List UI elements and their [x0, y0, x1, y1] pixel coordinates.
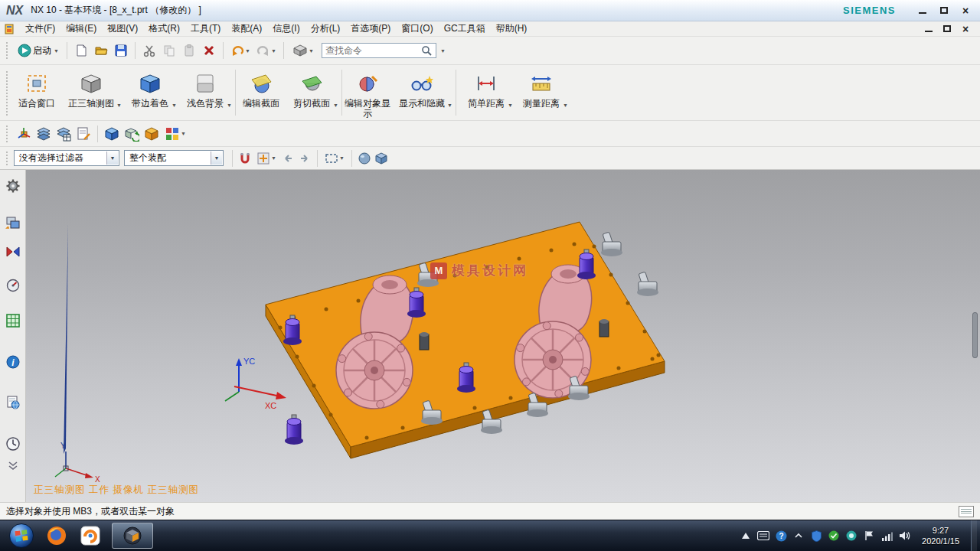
update-display-button[interactable] [122, 124, 142, 144]
graphics-window[interactable]: YC XC Y X M 模具设计网 正三轴测图 工作 摄像机 正三 [26, 170, 980, 502]
mdi-restore-button[interactable] [942, 24, 952, 34]
flag-action-center-icon[interactable] [863, 530, 875, 542]
toolbar-grip[interactable] [6, 126, 9, 142]
new-button[interactable] [71, 41, 91, 60]
previous-selection-button[interactable] [279, 150, 296, 167]
chevron-down-icon[interactable]: ▼ [227, 103, 232, 108]
clip-section-button[interactable]: 剪切截面 ▼ [284, 65, 339, 120]
menu-item-file[interactable]: 文件(F) [20, 21, 60, 37]
next-selection-button[interactable] [296, 150, 313, 167]
start-button[interactable] [9, 523, 34, 548]
part-navigator-button[interactable] [5, 277, 21, 294]
history-button[interactable] [5, 435, 21, 452]
menu-item-information[interactable]: 信息(I) [267, 21, 305, 37]
locating-pin[interactable] [599, 319, 609, 337]
menu-item-edit[interactable]: 编辑(E) [60, 21, 102, 37]
datum-csys-button[interactable] [14, 124, 34, 144]
toggle-clamp[interactable] [637, 272, 658, 296]
show-hide-button[interactable]: 显示和隐藏 ▼ [390, 65, 453, 120]
toolbar-grip[interactable] [6, 71, 9, 116]
help-tray-icon[interactable]: ? [775, 530, 787, 542]
save-button[interactable] [111, 41, 131, 60]
locating-pin[interactable] [420, 332, 429, 350]
model-csys-triad[interactable]: YC XC [225, 357, 286, 410]
snap-point-button[interactable]: ▼ [253, 150, 279, 167]
undo-button[interactable]: ▼ [227, 41, 253, 60]
assembly-navigator-button[interactable] [5, 214, 21, 231]
menu-item-preferences[interactable]: 首选项(P) [345, 21, 396, 37]
menu-item-help[interactable]: 帮助(H) [491, 21, 533, 37]
menu-item-gc-toolbox[interactable]: GC工具箱 [439, 21, 491, 37]
chevron-down-icon[interactable]: ▼ [172, 103, 177, 108]
volume-icon[interactable] [898, 530, 910, 542]
chevron-down-icon[interactable]: ▼ [116, 103, 122, 108]
show-model-button[interactable] [102, 124, 122, 144]
hd3d-tools-button[interactable]: i [5, 354, 21, 370]
viewport-scrollbar-thumb[interactable] [972, 312, 978, 358]
command-search[interactable] [322, 43, 436, 58]
palette-button[interactable]: ▼ [162, 124, 189, 144]
highlight-selection-button[interactable] [237, 150, 253, 167]
rectangle-select-button[interactable]: ▼ [322, 150, 348, 167]
delete-button[interactable] [199, 41, 219, 60]
search-history-dropdown[interactable]: ▼ [440, 48, 446, 54]
light-background-button[interactable]: 浅色背景 ▼ [178, 65, 233, 120]
selection-scope-select[interactable]: 整个装配 ▼ [124, 150, 224, 166]
input-method-icon[interactable] [757, 530, 769, 542]
chevron-down-icon[interactable]: ▼ [508, 103, 513, 108]
shaded-with-edges-button[interactable]: 带边着色 ▼ [122, 65, 178, 120]
network-icon[interactable] [880, 530, 893, 542]
menu-item-view[interactable]: 视图(V) [102, 21, 143, 37]
minimize-button[interactable] [917, 6, 928, 15]
web-browser-button[interactable] [5, 394, 21, 411]
shaded-object-button[interactable] [356, 150, 373, 167]
simple-distance-button[interactable]: 简单距离 ▼ [459, 65, 514, 120]
teal-status-icon[interactable] [845, 530, 858, 542]
purple-support[interactable] [285, 415, 303, 445]
copy-button[interactable] [159, 41, 179, 60]
trimetric-view-button[interactable]: 正三轴测图 ▼ [60, 65, 122, 120]
green-status-icon[interactable] [828, 530, 840, 542]
mdi-close-button[interactable]: × [960, 24, 971, 34]
annotation-button[interactable] [74, 124, 93, 144]
search-icon[interactable] [421, 45, 433, 57]
close-button[interactable]: × [960, 6, 971, 15]
reuse-library-button[interactable] [5, 312, 21, 329]
view-layer-button[interactable] [54, 124, 74, 144]
resource-bar-expand-button[interactable] [5, 458, 21, 474]
edit-section-button[interactable]: 编辑截面 [238, 65, 284, 120]
open-button[interactable] [91, 41, 111, 60]
toolbar-grip[interactable] [6, 152, 9, 165]
taskbar-firefox-button[interactable] [44, 523, 70, 549]
display-mode-button[interactable]: ▼ [288, 41, 318, 60]
menu-item-tools[interactable]: 工具(T) [185, 21, 226, 37]
command-search-input[interactable] [325, 45, 421, 56]
mdi-minimize-button[interactable] [923, 24, 934, 34]
menu-item-assemblies[interactable]: 装配(A) [226, 21, 267, 37]
toolbar-grip[interactable] [6, 42, 9, 59]
menu-item-analysis[interactable]: 分析(L) [305, 21, 346, 37]
chevron-down-icon[interactable]: ▼ [447, 103, 452, 108]
chevron-down-icon[interactable]: ▼ [333, 103, 338, 108]
fixture-base-plate[interactable] [266, 222, 665, 458]
show-desktop-button[interactable] [971, 520, 977, 551]
selection-filter-select[interactable]: 没有选择过滤器 ▼ [14, 150, 119, 166]
orient-view-button[interactable] [142, 124, 162, 144]
wcs-triad[interactable]: Y X [55, 224, 100, 484]
layer-settings-button[interactable] [34, 124, 54, 144]
wireframe-object-button[interactable] [373, 150, 390, 167]
chevron-down-icon[interactable]: ▼ [563, 103, 568, 108]
security-shield-icon[interactable] [810, 530, 822, 542]
edit-object-display-button[interactable]: 编辑对象显示 [345, 65, 390, 120]
taskbar-browser-button[interactable] [77, 523, 103, 549]
taskbar-nx-button[interactable] [112, 523, 153, 549]
menu-item-window[interactable]: 窗口(O) [396, 21, 438, 37]
maximize-button[interactable] [939, 6, 949, 15]
chevron-up-tray-icon[interactable] [792, 530, 805, 542]
measure-distance-button[interactable]: 测量距离 ▼ [514, 65, 569, 120]
cad-model-canvas[interactable]: YC XC Y X [26, 170, 980, 502]
fit-window-button[interactable]: 适合窗口 [14, 65, 60, 120]
roles-gear-button[interactable] [5, 178, 21, 194]
redo-button[interactable]: ▼ [253, 41, 279, 60]
tray-expand-button[interactable] [740, 530, 752, 542]
